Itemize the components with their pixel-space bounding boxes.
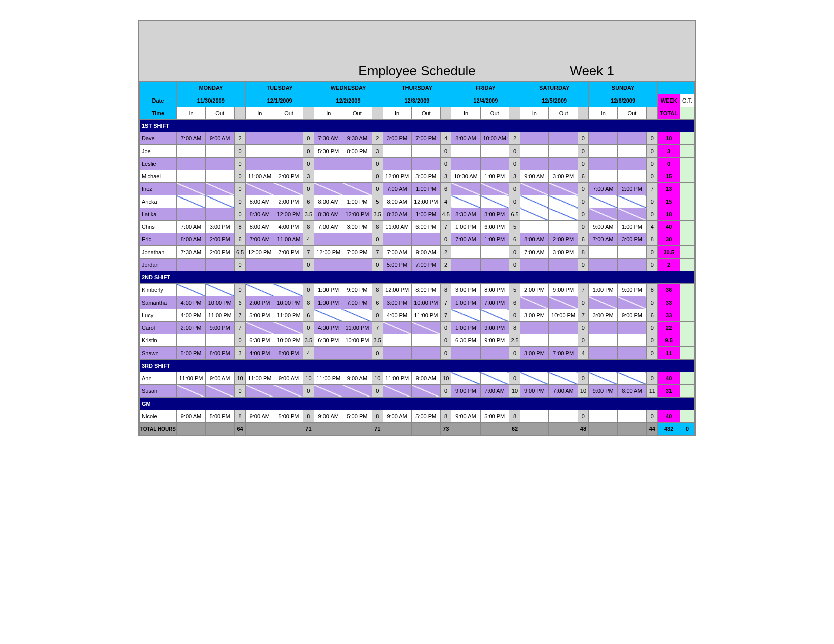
in-cell: 7:30 AM	[176, 246, 205, 259]
week-total: 22	[658, 322, 680, 334]
out-cell	[618, 158, 646, 170]
out-cell	[343, 233, 372, 246]
day-total: 62	[509, 423, 520, 435]
in-cell	[589, 372, 618, 385]
hours-cell: 6	[303, 309, 314, 322]
in-cell: 7:00 AM	[245, 233, 274, 246]
out-cell: 3:00 PM	[549, 246, 578, 259]
in-cell: 5:00 PM	[176, 347, 205, 360]
schedule-sheet: Employee Schedule Week 1 MONDAYTUESDAYWE…	[138, 20, 696, 436]
out-cell	[549, 296, 578, 309]
out-cell	[206, 334, 235, 347]
hours-cell: 0	[235, 145, 245, 158]
hours-cell: 0	[509, 195, 520, 208]
in-cell	[451, 145, 480, 158]
in-cell	[245, 145, 274, 158]
week-total: 30	[658, 233, 680, 246]
out-cell	[206, 145, 235, 158]
in-cell	[589, 246, 618, 259]
day-header: THURSDAY	[383, 82, 451, 94]
ot-cell	[680, 385, 695, 398]
date-label: Date	[140, 94, 177, 107]
out-cell	[549, 195, 578, 208]
employee-name: Jonathan	[140, 246, 177, 259]
out-cell: 9:00 AM	[411, 372, 440, 385]
out-cell: 10:00 AM	[480, 132, 509, 145]
hours-cell: 5	[372, 195, 383, 208]
date-header: 12/4/2009	[451, 94, 520, 107]
hours-cell: 0	[303, 259, 314, 271]
hours-cell: 4	[578, 347, 588, 360]
in-cell	[589, 132, 618, 145]
hours-cell: 0	[646, 195, 657, 208]
hours-cell: 0	[509, 158, 520, 170]
in-cell	[520, 132, 549, 145]
out-cell	[411, 334, 440, 347]
table-row: Kimberly001:00 PM9:00 PM812:00 PM8:00 PM…	[140, 284, 695, 296]
hours-cell: 0	[235, 158, 245, 170]
in-cell	[245, 183, 274, 195]
in-cell: 9:00 PM	[520, 385, 549, 398]
out-cell	[206, 259, 235, 271]
out-cell: 7:00 PM	[343, 246, 372, 259]
out-cell: 5:00 PM	[480, 410, 509, 423]
out-cell: 1:00 PM	[411, 208, 440, 221]
hours-cell: 0	[303, 322, 314, 334]
week-total: 0	[658, 158, 680, 170]
hrs-header	[303, 107, 314, 120]
ot-cell	[680, 334, 695, 347]
out-cell: 8:00 PM	[274, 347, 303, 360]
date-header: 12/2/2009	[314, 94, 383, 107]
ot-cell	[680, 183, 695, 195]
in-cell: 11:00 AM	[383, 221, 411, 233]
in-cell	[520, 158, 549, 170]
table-row: Leslie00000000	[140, 158, 695, 170]
table-row: TOTAL HOURS647171736248444320	[140, 423, 695, 435]
out-cell: 7:00 PM	[411, 132, 440, 145]
hours-cell: 4	[303, 233, 314, 246]
hours-cell: 0	[646, 259, 657, 271]
in-cell	[520, 208, 549, 221]
ot-cell	[680, 259, 695, 271]
in-cell	[520, 372, 549, 385]
in-cell: 4:00 PM	[176, 296, 205, 309]
out-cell: 7:00 PM	[480, 296, 509, 309]
time-label: Time	[140, 107, 177, 120]
hours-cell: 7	[646, 183, 657, 195]
out-cell	[480, 246, 509, 259]
hours-cell: 0	[646, 208, 657, 221]
in-cell: 8:00 AM	[451, 132, 480, 145]
out-cell	[549, 183, 578, 195]
hours-cell: 4	[303, 347, 314, 360]
hours-cell: 5	[509, 221, 520, 233]
out-cell: 7:00 PM	[411, 259, 440, 271]
hours-cell: 0	[578, 410, 588, 423]
ot-cell	[680, 158, 695, 170]
in-cell	[245, 385, 274, 398]
out-cell	[549, 221, 578, 233]
out-cell	[618, 372, 646, 385]
table-row: 2ND SHIFT	[140, 271, 695, 284]
in-cell	[451, 246, 480, 259]
in-cell	[589, 259, 618, 271]
in-cell	[176, 334, 205, 347]
in-cell: 12:00 PM	[383, 284, 411, 296]
hours-cell: 0	[578, 334, 588, 347]
hours-cell: 8	[440, 410, 451, 423]
in-cell: 9:00 PM	[451, 385, 480, 398]
in-cell	[589, 195, 618, 208]
in-header: In	[176, 107, 205, 120]
ot-cell	[680, 246, 695, 259]
in-cell	[314, 347, 343, 360]
total-blank	[314, 423, 343, 435]
out-header: Out	[343, 107, 372, 120]
day-total: 44	[646, 423, 657, 435]
in-cell: 8:00 AM	[245, 195, 274, 208]
in-cell: 4:00 PM	[314, 322, 343, 334]
in-cell	[314, 233, 343, 246]
in-cell	[176, 195, 205, 208]
in-cell: 1:00 PM	[314, 284, 343, 296]
in-cell: 9:00 AM	[176, 410, 205, 423]
hrs-header	[440, 107, 451, 120]
out-header: Out	[549, 107, 578, 120]
